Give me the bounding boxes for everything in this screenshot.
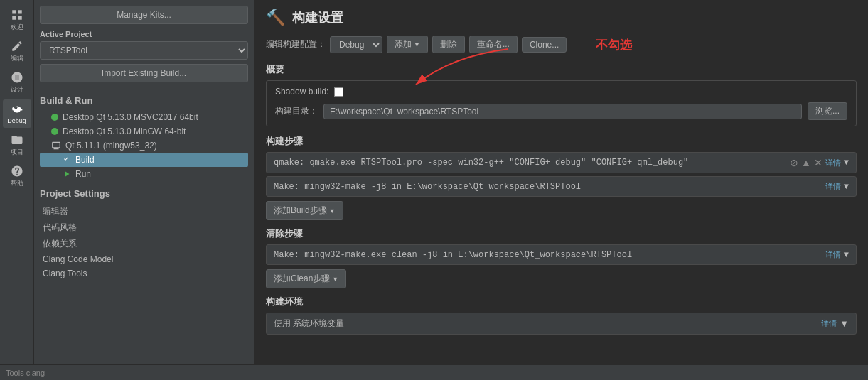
design-icon (11, 71, 23, 84)
project-dropdown[interactable]: RTSPTool (40, 41, 248, 60)
env-text: 使用 系统环境变量 (274, 317, 344, 330)
kit-selected[interactable]: Qt 5.11.1 (mingw53_32) (40, 139, 248, 153)
env-actions: 详情 ▼ (821, 318, 849, 329)
clean-step-0-text: Make: mingw32-make.exe clean -j8 in E:\w… (274, 250, 825, 260)
manage-kits-button[interactable]: Manage Kits... (40, 6, 248, 24)
sidebar: Manage Kits... Active Project RTSPTool I… (34, 0, 254, 380)
kit-mingw64-label: Desktop Qt 5.13.0 MinGW 64-bit (63, 126, 186, 136)
shadow-build-checkbox[interactable] (334, 87, 343, 97)
delete-config-button[interactable]: 删除 (432, 36, 465, 53)
build-step-1-detail-btn[interactable]: 详情 (825, 181, 841, 192)
build-step-0-expand-icon: ▼ (844, 158, 849, 168)
build-dir-row: 构建目录： 浏览... (275, 102, 847, 120)
build-dir-label: 构建目录： (275, 105, 318, 117)
build-steps-title: 构建步骤 (266, 135, 857, 148)
sidebar-item-project[interactable]: 项目 (3, 131, 31, 159)
env-box: 使用 系统环境变量 详情 ▼ (266, 313, 857, 335)
build-step-1: Make: mingw32-make -j8 in E:\workspace\Q… (266, 176, 857, 197)
kit-msvc[interactable]: Desktop Qt 5.13.0 MSVC2017 64bit (40, 110, 248, 124)
clean-steps-title: 清除步骤 (266, 227, 857, 240)
monitor-icon (51, 141, 61, 151)
clean-step-0-detail-btn[interactable]: 详情 (825, 249, 841, 260)
add-config-button[interactable]: 添加 (387, 36, 428, 53)
clean-step-0-expand-icon: ▼ (844, 250, 849, 260)
import-existing-build-button[interactable]: Import Existing Build... (40, 64, 248, 82)
kit-selected-label: Qt 5.11.1 (mingw53_32) (65, 141, 157, 151)
sidebar-item-design-label: 设计 (11, 85, 23, 94)
debug-icon (11, 103, 23, 116)
env-detail-btn[interactable]: 详情 (821, 318, 837, 329)
build-step-1-expand-icon: ▼ (844, 182, 849, 192)
page-title: 构建设置 (292, 9, 343, 26)
toolbar-row: 编辑构建配置： Debug 添加 删除 重命名... Clone... 不勾选 (266, 36, 857, 53)
project-settings-title: Project Settings (40, 188, 248, 199)
svg-rect-3 (18, 16, 21, 19)
settings-link-editor[interactable]: 编辑器 (40, 203, 248, 219)
svg-rect-1 (18, 10, 21, 13)
sidebar-item-help-label: 帮助 (11, 179, 23, 188)
build-step-1-actions: 详情 ▼ (825, 181, 849, 192)
build-env-title: 构建环境 (266, 295, 857, 308)
rename-config-button[interactable]: 重命名... (469, 36, 518, 53)
clean-step-0-actions: 详情 ▼ (825, 249, 849, 260)
icon-bar: 欢迎 编辑 设计 Debug 项目 帮助 (0, 0, 34, 380)
grid-icon (11, 9, 23, 21)
add-build-step-button[interactable]: 添加Build步骤 (266, 201, 343, 220)
kit-build-label: Build (75, 155, 95, 165)
hammer-child-icon (63, 156, 71, 164)
settings-link-clang-tools[interactable]: Clang Tools (40, 266, 248, 281)
build-step-0-actions: ⊘ ▲ ✕ 详情 ▼ (790, 157, 849, 168)
play-child-icon (63, 170, 71, 178)
kit-mingw64[interactable]: Desktop Qt 5.13.0 MinGW 64-bit (40, 124, 248, 139)
project-icon (11, 134, 23, 146)
sidebar-item-debug[interactable]: Debug (3, 99, 31, 128)
settings-link-codestyle[interactable]: 代码风格 (40, 219, 248, 236)
kit-msvc-status-dot (51, 114, 58, 121)
main-content: 🔨 构建设置 编辑构建配置： Debug 添加 删除 重命名... Clone.… (254, 0, 868, 380)
build-step-0-disable-btn[interactable]: ⊘ (790, 157, 798, 168)
overview-box: Shadow build: 构建目录： 浏览... (266, 80, 857, 126)
sidebar-item-welcome[interactable]: 欢迎 (3, 6, 31, 34)
kit-run-label: Run (75, 169, 91, 179)
kit-build-child[interactable]: Build (40, 153, 248, 167)
shadow-build-row: Shadow build: (275, 87, 847, 97)
clean-step-0: Make: mingw32-make.exe clean -j8 in E:\w… (266, 244, 857, 265)
kit-msvc-label: Desktop Qt 5.13.0 MSVC2017 64bit (63, 112, 198, 122)
kit-mingw64-status-dot (51, 128, 58, 135)
sidebar-item-help[interactable]: 帮助 (3, 162, 31, 190)
build-step-0-up-btn[interactable]: ▲ (801, 157, 811, 168)
status-bar-text: Tools clang (6, 369, 45, 377)
edit-icon (11, 40, 23, 53)
sidebar-item-welcome-label: 欢迎 (11, 23, 23, 32)
sidebar-item-debug-label: Debug (7, 117, 26, 124)
page-hammer-icon: 🔨 (266, 9, 285, 27)
clone-config-button[interactable]: Clone... (522, 37, 567, 53)
settings-link-clang-model[interactable]: Clang Code Model (40, 252, 248, 266)
sidebar-item-edit-label: 编辑 (11, 54, 23, 63)
shadow-build-label: Shadow build: (275, 87, 328, 97)
add-clean-step-button[interactable]: 添加Clean步骤 (266, 269, 346, 288)
sidebar-item-edit[interactable]: 编辑 (3, 37, 31, 65)
build-step-1-text: Make: mingw32-make -j8 in E:\workspace\Q… (274, 182, 825, 192)
status-bar: Tools clang (0, 364, 868, 380)
active-project-label: Active Project (40, 30, 248, 38)
build-step-0-text: qmake: qmake.exe RTSPTool.pro -spec win3… (274, 158, 790, 168)
overview-title: 概要 (266, 63, 857, 76)
help-icon (11, 165, 23, 178)
config-label: 编辑构建配置： (266, 38, 326, 50)
svg-rect-0 (12, 10, 16, 13)
sidebar-item-project-label: 项目 (11, 148, 23, 157)
settings-link-deps[interactable]: 依赖关系 (40, 236, 248, 252)
build-run-title: Build & Run (40, 95, 248, 106)
kit-run-child[interactable]: Run (40, 167, 248, 181)
build-step-0: qmake: qmake.exe RTSPTool.pro -spec win3… (266, 152, 857, 173)
browse-button[interactable]: 浏览... (808, 102, 847, 120)
config-dropdown[interactable]: Debug (330, 36, 382, 53)
page-header: 🔨 构建设置 (266, 9, 857, 27)
env-expand-icon: ▼ (840, 318, 849, 329)
build-dir-input[interactable] (323, 104, 802, 119)
annotation-text: 不勾选 (596, 37, 632, 53)
build-step-0-remove-btn[interactable]: ✕ (814, 157, 823, 168)
sidebar-item-design[interactable]: 设计 (3, 68, 31, 97)
build-step-0-detail-btn[interactable]: 详情 (825, 158, 841, 168)
